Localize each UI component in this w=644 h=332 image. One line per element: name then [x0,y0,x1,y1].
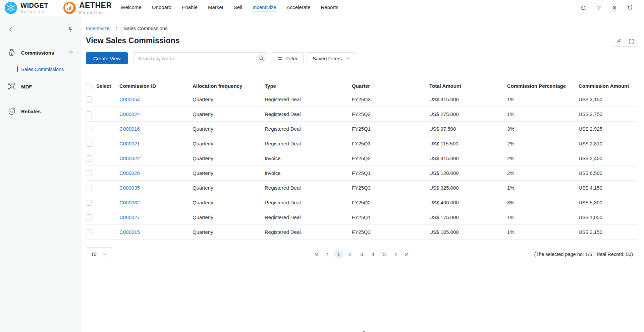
commission-id-link[interactable]: C000054 [119,96,140,102]
bell-icon[interactable] [626,4,633,11]
column-header-commission-id: Commission ID [119,83,193,89]
page-number-2[interactable]: 2 [346,250,355,259]
sidebar-subitem-label: Sales Commissions [21,67,64,72]
widget-logo-icon [5,2,17,14]
cell-type: Invoice [265,155,352,161]
footer-divider [80,326,644,326]
search-submit-icon[interactable] [257,54,266,63]
cell-type: Registered Deal [265,141,352,146]
page-number-1[interactable]: 1 [334,250,343,259]
search-input[interactable] [138,56,257,61]
sidebar-pin-icon[interactable] [67,26,73,33]
commission-id-link[interactable]: C000027 [119,214,140,220]
select-all-checkbox[interactable] [86,83,92,89]
prev-page-icon[interactable] [323,250,332,259]
table-row: C000054 Quarterly Registered Deal FY25Q3… [86,92,637,107]
nav-item-sell[interactable]: Sell [234,0,242,16]
filter-button[interactable]: Filter [271,52,303,64]
cell-commission-amount: US$ 3,150 [579,229,637,235]
cell-total-amount: US$ 315.000 [429,96,507,102]
sidebar-item-mdf[interactable]: $ MDF [7,80,74,93]
next-page-icon[interactable] [391,250,400,259]
breadcrumb-current: Sales Commissions [123,25,168,31]
page-number-3[interactable]: 3 [357,250,366,259]
sidebar-collapse-icon[interactable] [7,26,14,33]
row-checkbox[interactable] [86,170,92,176]
row-checkbox[interactable] [86,155,92,161]
sidebar-item-rebates[interactable]: % Rebates [7,105,74,118]
commission-id-link[interactable]: C000024 [119,111,140,117]
svg-text:%: % [10,110,13,114]
search-icon[interactable] [580,4,587,11]
page-size-select[interactable]: 10 [86,247,112,261]
commission-id-link[interactable]: C000021 [119,141,140,146]
cell-type: Registered Deal [265,185,352,191]
sidebar-item-commissions[interactable]: $ Commissions [7,46,74,59]
aether-reseller-logo: AETHER Reseller [63,1,112,14]
nav-item-market[interactable]: Market [208,0,223,16]
table-header-row: Select Commission ID Allocation frequenc… [86,80,637,92]
last-page-icon[interactable] [402,250,411,259]
cell-quarter: FY25Q2 [352,155,429,161]
widget-networks-logo: WIDGET Networks [5,2,48,14]
commissions-table: Select Commission ID Allocation frequenc… [86,80,637,240]
commission-id-link[interactable]: C000015 [119,229,140,235]
row-checkbox[interactable] [86,126,92,132]
fullscreen-button[interactable] [625,36,638,47]
cell-quarter: FY25Q2 [352,111,429,117]
nav-item-welcome[interactable]: Welcome [121,0,142,16]
page-number-5[interactable]: 5 [380,250,389,259]
breadcrumb: Incentivize Sales Commissions [86,25,637,31]
table-row: C000016 Quarterly Registered Deal FY25Q1… [86,122,637,136]
table-row: C000035 Quarterly Registered Deal FY25Q3… [86,181,637,195]
aether-brand-title: AETHER [79,1,112,9]
nav-item-accelerate[interactable]: Accelerate [287,0,311,16]
saved-filters-dropdown[interactable]: Saved Filters [307,52,357,64]
cell-commission-amount: US$ 4,150 [579,185,637,191]
row-checkbox[interactable] [86,141,92,147]
help-icon[interactable]: ? [595,4,602,11]
cell-quarter: FY25Q3 [352,185,429,191]
cell-total-amount: US$ 97.500 [429,126,507,132]
aether-logo-icon [63,2,76,14]
row-checkbox[interactable] [86,214,92,220]
cell-total-amount: US$ 315.000 [429,155,507,161]
commission-id-link[interactable]: C000022 [119,155,140,161]
aether-brand-subtitle: Reseller [79,10,112,14]
table-row: C000021 Quarterly Registered Deal FY25Q3… [86,136,637,151]
user-icon[interactable] [611,4,618,11]
network-dollar-icon: $ [7,82,16,91]
cell-allocation-frequency: Quarterly [193,170,265,176]
page-number-4[interactable]: 4 [369,250,378,259]
commission-id-link[interactable]: C000028 [119,170,140,176]
pager: 1 2 3 4 5 [312,250,411,259]
breadcrumb-incentivize-link[interactable]: Incentivize [86,25,110,31]
view-actions [612,36,638,47]
first-page-icon[interactable] [312,250,321,259]
row-checkbox[interactable] [86,200,92,206]
cell-type: Registered Deal [265,96,352,102]
cell-type: Registered Deal [265,229,352,235]
cell-commission-amount: US$ 6,500 [579,170,637,176]
nav-item-reports[interactable]: Reports [321,0,339,16]
row-checkbox[interactable] [86,96,92,103]
row-checkbox[interactable] [86,229,92,235]
sidebar-item-sales-commissions[interactable]: Sales Commissions [7,66,74,72]
nav-item-incentivize[interactable]: Incentivize [253,0,276,16]
nav-item-enable[interactable]: Enable [182,0,198,16]
column-header-type: Type [265,83,352,89]
pin-view-button[interactable] [612,36,625,47]
commission-id-link[interactable]: C000032 [119,200,140,205]
column-header-quarter: Quarter [352,83,429,89]
commission-id-link[interactable]: C000016 [119,126,140,132]
cell-commission-percentage: 2% [507,141,579,146]
cell-commission-amount: US$ 2,925 [579,126,637,132]
commission-id-link[interactable]: C000035 [119,185,140,191]
cell-type: Registered Deal [265,111,352,117]
pagination-bar: 10 1 2 3 4 5 [86,247,637,261]
create-view-button[interactable]: Create View [86,52,128,64]
row-checkbox[interactable] [86,111,92,117]
chevron-up-icon[interactable] [68,50,73,56]
row-checkbox[interactable] [86,185,92,191]
nav-item-onboard[interactable]: Onboard [152,0,171,16]
